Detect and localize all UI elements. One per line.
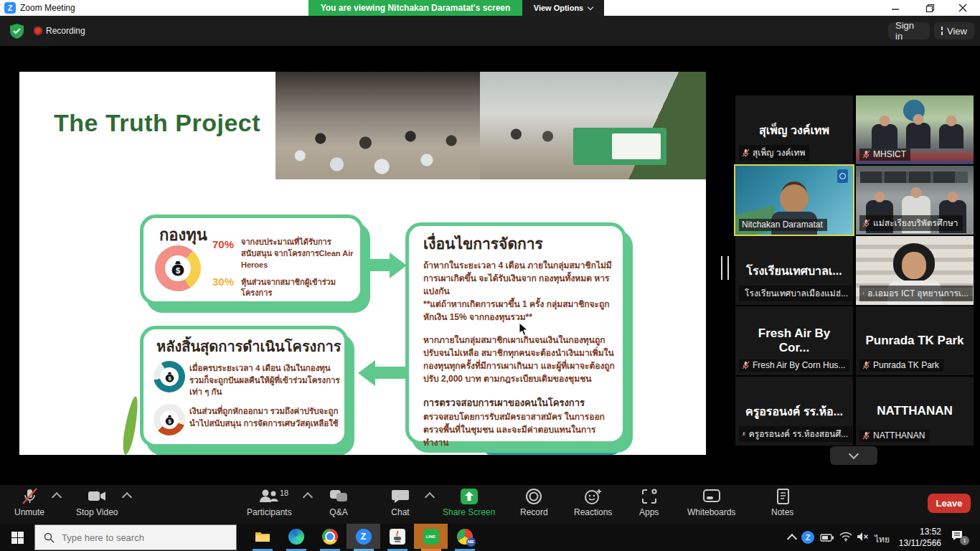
qa-button[interactable]: Q&A bbox=[329, 488, 349, 517]
mic-muted-icon bbox=[862, 219, 870, 227]
zoom-logo-icon: Z bbox=[4, 2, 16, 14]
participant-label: ครูอรอนงค์ รร.ห้องสอนศึ... bbox=[739, 426, 852, 442]
chat-button[interactable]: Chat bbox=[391, 488, 410, 517]
start-button[interactable] bbox=[0, 524, 34, 551]
sign-in-button[interactable]: Sign in bbox=[888, 22, 930, 39]
zoom-meeting-window: Z Zoom Meeting You are viewing Nitchakan… bbox=[0, 0, 980, 551]
participant-label: Punrada TK Park bbox=[859, 359, 943, 372]
conditions-p3: หากภายในกลุ่มสมาชิกเผาเกินจนเงินในกองทุน… bbox=[423, 334, 616, 385]
language-indicator[interactable]: ไทย bbox=[875, 532, 890, 546]
minimize-button[interactable] bbox=[882, 0, 908, 16]
conditions-p4-heading: การตรวจสอบการเผาของคนในโครงการ bbox=[423, 395, 616, 410]
sidebar-resize-handle[interactable] bbox=[721, 256, 729, 280]
tray-clock[interactable]: 13:52 13/11/2566 bbox=[897, 526, 941, 549]
whiteboard-icon bbox=[702, 488, 722, 505]
notes-button[interactable]: Notes bbox=[771, 488, 793, 517]
search-input[interactable] bbox=[60, 532, 228, 544]
computer-room-shelves bbox=[860, 171, 968, 183]
fund-heading: กองทุน bbox=[159, 222, 207, 248]
photo-group-banner bbox=[480, 72, 706, 179]
taskbar-line-icon-notification[interactable]: LINE bbox=[414, 524, 448, 549]
mic-muted-icon bbox=[742, 361, 750, 369]
share-screen-button[interactable]: Share Screen bbox=[443, 488, 495, 517]
participant-tile-active-speaker[interactable]: Nitchakan Daramatat bbox=[735, 166, 853, 235]
participant-tile[interactable]: โรงเรียนเทศบาลเ... โรงเรียนเทศบาลเมืองแม… bbox=[735, 236, 853, 305]
arrow-left bbox=[375, 367, 407, 379]
arrow-left-head bbox=[358, 360, 375, 386]
after-bullet1: เมื่อครบระยะเวลา 4 เดือน เงินในกองทุนรวม… bbox=[189, 362, 341, 398]
restore-button[interactable] bbox=[917, 0, 943, 16]
zoom-icon: Z bbox=[356, 529, 372, 545]
arrow-right bbox=[359, 259, 391, 271]
close-button[interactable] bbox=[950, 0, 976, 16]
person-silhouette bbox=[906, 123, 930, 149]
participant-tile[interactable]: สุเพ็ญ วงค์เทพ สุเพ็ญ วงค์เทพ bbox=[735, 95, 853, 164]
view-options-label: View Options bbox=[534, 4, 583, 12]
taskbar-edge-icon[interactable] bbox=[279, 524, 313, 549]
participant-tile[interactable]: อ.เอมอร ICT อุทยานการเ... bbox=[856, 236, 974, 305]
window-title: Zoom Meeting bbox=[20, 3, 75, 13]
battery-icon[interactable] bbox=[820, 533, 834, 542]
participant-label: โรงเรียนเทศบาลเมืองแม่ฮ่... bbox=[739, 286, 852, 301]
recording-dot-icon bbox=[34, 27, 42, 35]
taskbar-netbeans-icon[interactable]: NB bbox=[448, 524, 481, 549]
participant-tile[interactable]: Punrada TK Park Punrada TK Park bbox=[856, 306, 974, 375]
speaker-muted-icon[interactable] bbox=[857, 532, 869, 542]
mic-muted-icon bbox=[862, 150, 870, 159]
apps-button[interactable]: Apps bbox=[639, 488, 659, 517]
reactions-button[interactable]: Reactions bbox=[574, 488, 612, 517]
leaf-decoration-left bbox=[121, 395, 141, 455]
record-button[interactable]: Record bbox=[520, 488, 548, 517]
whiteboards-button[interactable]: Whiteboards bbox=[687, 488, 735, 517]
after-heading: หลังสิ้นสุดการดำเนินโครงการ bbox=[156, 335, 341, 358]
taskbar-zoom-icon-active[interactable]: Z bbox=[347, 524, 380, 549]
netbeans-chrome-icon: NB bbox=[457, 529, 473, 545]
share-screen-icon bbox=[460, 488, 479, 505]
mic-muted-icon bbox=[20, 488, 39, 505]
taskbar-file-explorer-icon[interactable] bbox=[245, 524, 279, 549]
tray-time: 13:52 bbox=[897, 526, 941, 537]
person-silhouette bbox=[780, 184, 809, 213]
tray-zoom-icon[interactable]: Z bbox=[801, 531, 814, 544]
folder-icon bbox=[255, 530, 270, 543]
more-participants-button[interactable] bbox=[830, 446, 877, 465]
line-icon: LINE bbox=[423, 529, 439, 545]
meeting-info-bar: Recording Sign in View bbox=[0, 16, 980, 46]
participant-tile[interactable]: ครูอรอนงค์ รร.ห้อ... ครูอรอนงค์ รร.ห้องส… bbox=[735, 377, 853, 446]
search-icon bbox=[44, 532, 55, 543]
participants-icon bbox=[258, 488, 280, 505]
leave-button[interactable]: Leave bbox=[928, 494, 971, 513]
refund-ring-icon: $ bbox=[154, 361, 185, 392]
view-button[interactable]: View bbox=[934, 22, 974, 39]
participant-tile[interactable]: NATTHANAN NATTHANAN bbox=[856, 377, 974, 446]
wifi-icon[interactable] bbox=[839, 532, 852, 542]
svg-text:$: $ bbox=[176, 266, 180, 275]
fund-donut-chart: $ bbox=[155, 245, 201, 291]
chevron-down-icon bbox=[849, 449, 859, 459]
participant-label: แม่สะเรียงบริพัตรศึกษา bbox=[859, 215, 963, 231]
taskbar-java-icon[interactable] bbox=[380, 524, 414, 549]
mic-muted-icon bbox=[862, 431, 870, 440]
participant-label: Fresh Air By Corn Hus... bbox=[739, 359, 849, 372]
fund-pct-minor: 30% bbox=[212, 276, 234, 288]
windows-logo-icon bbox=[11, 532, 24, 544]
view-options-button[interactable]: View Options bbox=[522, 0, 604, 16]
chevron-down-icon bbox=[588, 4, 593, 9]
unmute-button[interactable]: Unmute bbox=[14, 488, 44, 517]
participant-tile[interactable]: Fresh Air By Cor... Fresh Air By Corn Hu… bbox=[735, 306, 853, 375]
taskbar-chrome-icon[interactable] bbox=[313, 524, 347, 549]
sign-in-label: Sign in bbox=[895, 20, 923, 42]
after-project-box: หลังสิ้นสุดการดำเนินโครงการ $ เมื่อครบระ… bbox=[140, 326, 348, 448]
participant-tile[interactable]: แม่สะเรียงบริพัตรศึกษา bbox=[856, 166, 974, 235]
participant-tile[interactable]: MHSICT bbox=[856, 95, 974, 164]
record-icon bbox=[525, 488, 542, 505]
netbeans-badge: NB bbox=[466, 537, 476, 547]
slide-title: The Truth Project bbox=[54, 109, 260, 137]
notification-center-icon[interactable]: 1 bbox=[951, 529, 965, 542]
conditions-box: เงื่อนไขการจัดการ ถ้าหากในระยะเวลา 4 เดื… bbox=[405, 222, 626, 445]
taskbar-search[interactable] bbox=[34, 524, 237, 550]
stop-video-button[interactable]: Stop Video bbox=[76, 488, 118, 517]
security-shield-icon[interactable] bbox=[10, 24, 24, 39]
participant-label: สุเพ็ญ วงค์เทพ bbox=[739, 145, 809, 161]
participant-label: NATTHANAN bbox=[859, 430, 929, 442]
